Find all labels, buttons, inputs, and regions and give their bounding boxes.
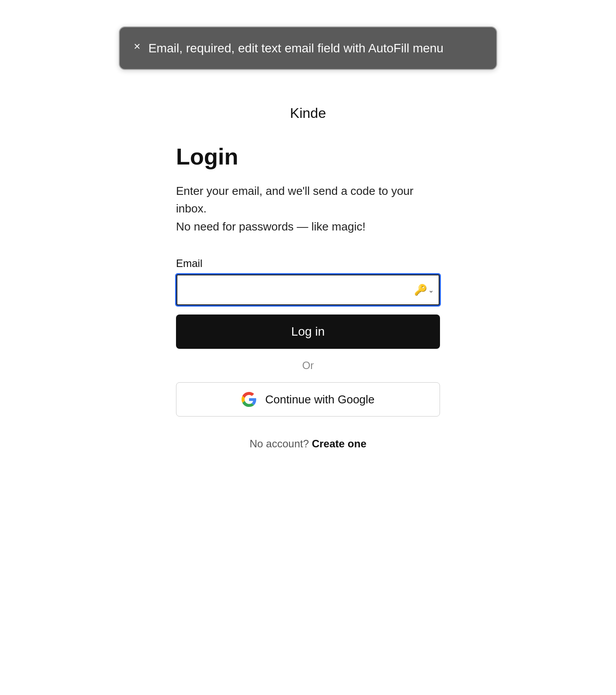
no-account-text: No account? xyxy=(249,438,309,450)
login-container: Kinde Login Enter your email, and we'll … xyxy=(176,105,440,450)
login-card: Login Enter your email, and we'll send a… xyxy=(176,143,440,450)
description-line1: Enter your email, and we'll send a code … xyxy=(176,184,414,215)
no-account-section: No account? Create one xyxy=(176,438,440,450)
login-description: Enter your email, and we'll send a code … xyxy=(176,182,440,235)
google-logo-icon xyxy=(242,392,257,407)
google-button-label: Continue with Google xyxy=(265,393,375,406)
autofill-icon[interactable]: 🔑⌄ xyxy=(414,284,434,296)
email-label: Email xyxy=(176,257,440,270)
login-button[interactable]: Log in xyxy=(176,315,440,349)
tooltip-text: Email, required, edit text email field w… xyxy=(148,40,444,57)
google-button[interactable]: Continue with Google xyxy=(176,382,440,417)
email-input-wrapper: 🔑⌄ xyxy=(176,274,440,306)
tooltip-banner: × Email, required, edit text email field… xyxy=(119,26,497,70)
login-heading: Login xyxy=(176,143,440,170)
create-one-link[interactable]: Create one xyxy=(312,438,367,450)
app-title: Kinde xyxy=(290,105,326,121)
description-line2: No need for passwords — like magic! xyxy=(176,220,366,233)
email-input[interactable] xyxy=(176,274,440,306)
close-icon[interactable]: × xyxy=(134,40,140,52)
or-divider: Or xyxy=(176,359,440,372)
